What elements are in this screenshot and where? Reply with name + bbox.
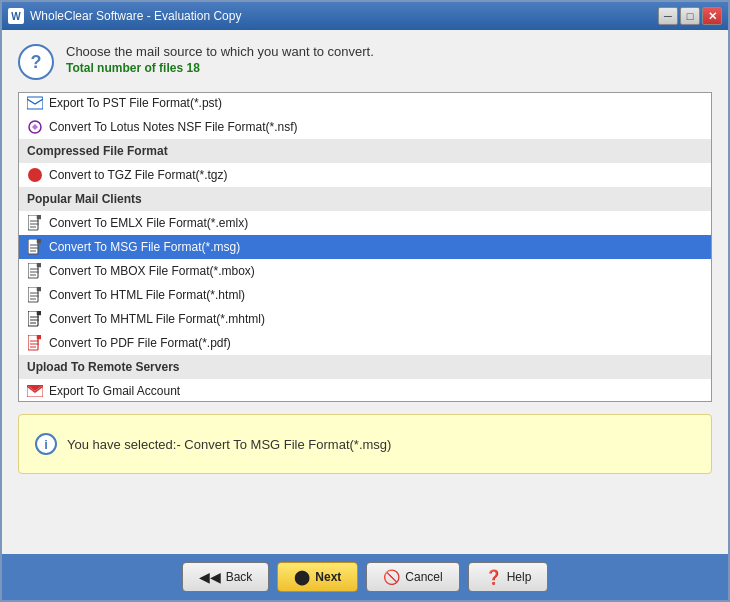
list-item-label: Export To Gmail Account xyxy=(49,384,180,398)
list-item[interactable]: Convert To PDF File Format(*.pdf) xyxy=(19,331,711,355)
next-button[interactable]: ⬤ Next xyxy=(277,562,358,592)
list-item-label: Convert To EMLX File Format(*.emlx) xyxy=(49,216,248,230)
main-window: W WholeClear Software - Evaluation Copy … xyxy=(0,0,730,602)
emlx-icon xyxy=(27,215,43,231)
mhtml-icon xyxy=(27,311,43,327)
maximize-button[interactable]: □ xyxy=(680,7,700,25)
list-item[interactable]: Upload To Remote Servers xyxy=(19,355,711,379)
list-item[interactable]: Convert To HTML File Format(*.html) xyxy=(19,283,711,307)
window-title: WholeClear Software - Evaluation Copy xyxy=(30,9,658,23)
app-icon: W xyxy=(8,8,24,24)
svg-rect-8 xyxy=(28,239,38,254)
back-label: Back xyxy=(226,570,253,584)
next-icon: ⬤ xyxy=(294,569,310,585)
header-instruction: Choose the mail source to which you want… xyxy=(66,44,374,59)
selection-text: You have selected:- Convert To MSG File … xyxy=(67,437,391,452)
msg-icon xyxy=(27,239,43,255)
list-item[interactable]: Convert To EMLX File Format(*.emlx) xyxy=(19,211,711,235)
html-icon xyxy=(27,287,43,303)
nsf-icon xyxy=(27,119,43,135)
svg-rect-0 xyxy=(27,97,43,109)
list-item-label: Export To PST File Format(*.pst) xyxy=(49,96,222,110)
help-label: Help xyxy=(507,570,532,584)
info-circle-icon: i xyxy=(35,433,57,455)
cancel-button[interactable]: 🚫 Cancel xyxy=(366,562,459,592)
list-item-label: Convert To PDF File Format(*.pdf) xyxy=(49,336,231,350)
list-item-label: Convert To HTML File Format(*.html) xyxy=(49,288,245,302)
svg-rect-23 xyxy=(28,311,38,326)
format-list[interactable]: Office Outlook and Lotus Notes NSF FileE… xyxy=(19,93,711,401)
svg-rect-3 xyxy=(28,215,38,230)
svg-rect-14 xyxy=(37,263,41,267)
svg-rect-4 xyxy=(37,215,41,219)
svg-rect-24 xyxy=(37,311,41,315)
mbox-icon xyxy=(27,263,43,279)
svg-rect-13 xyxy=(28,263,38,278)
list-item-label: Convert To MSG File Format(*.msg) xyxy=(49,240,240,254)
list-item[interactable]: Convert To MBOX File Format(*.mbox) xyxy=(19,259,711,283)
list-item-label: Convert To MHTML File Format(*.mhtml) xyxy=(49,312,265,326)
header-section: ? Choose the mail source to which you wa… xyxy=(18,44,712,80)
list-item[interactable]: Export To PST File Format(*.pst) xyxy=(19,93,711,115)
list-item[interactable]: Compressed File Format xyxy=(19,139,711,163)
header-text: Choose the mail source to which you want… xyxy=(66,44,374,75)
svg-rect-19 xyxy=(37,287,41,291)
help-button[interactable]: ❓ Help xyxy=(468,562,549,592)
gmail-icon xyxy=(27,383,43,399)
window-controls: ─ □ ✕ xyxy=(658,7,722,25)
svg-rect-9 xyxy=(37,239,41,243)
back-button[interactable]: ◀◀ Back xyxy=(182,562,270,592)
pst-icon xyxy=(27,95,43,111)
list-item[interactable]: Convert To MHTML File Format(*.mhtml) xyxy=(19,307,711,331)
list-item[interactable]: Export To Gmail Account xyxy=(19,379,711,401)
format-list-container: Office Outlook and Lotus Notes NSF FileE… xyxy=(18,92,712,402)
svg-rect-29 xyxy=(37,335,41,339)
tgz-icon xyxy=(27,167,43,183)
content-area: ? Choose the mail source to which you wa… xyxy=(2,30,728,554)
help-icon: ❓ xyxy=(485,569,502,585)
file-count: Total number of files 18 xyxy=(66,61,374,75)
title-bar: W WholeClear Software - Evaluation Copy … xyxy=(2,2,728,30)
svg-point-2 xyxy=(28,168,42,182)
list-item[interactable]: Convert to TGZ File Format(*.tgz) xyxy=(19,163,711,187)
list-item-label: Convert To MBOX File Format(*.mbox) xyxy=(49,264,255,278)
list-item[interactable]: Popular Mail Clients xyxy=(19,187,711,211)
minimize-button[interactable]: ─ xyxy=(658,7,678,25)
svg-rect-28 xyxy=(28,335,38,350)
svg-rect-18 xyxy=(28,287,38,302)
close-button[interactable]: ✕ xyxy=(702,7,722,25)
list-item[interactable]: Convert To MSG File Format(*.msg) xyxy=(19,235,711,259)
list-item-label: Convert To Lotus Notes NSF File Format(*… xyxy=(49,120,298,134)
next-label: Next xyxy=(315,570,341,584)
list-item-label: Convert to TGZ File Format(*.tgz) xyxy=(49,168,227,182)
cancel-label: Cancel xyxy=(405,570,442,584)
footer-bar: ◀◀ Back ⬤ Next 🚫 Cancel ❓ Help xyxy=(2,554,728,600)
list-item[interactable]: Convert To Lotus Notes NSF File Format(*… xyxy=(19,115,711,139)
pdf-icon xyxy=(27,335,43,351)
back-icon: ◀◀ xyxy=(199,569,221,585)
question-icon: ? xyxy=(18,44,54,80)
cancel-icon: 🚫 xyxy=(383,569,400,585)
selection-info-box: i You have selected:- Convert To MSG Fil… xyxy=(18,414,712,474)
